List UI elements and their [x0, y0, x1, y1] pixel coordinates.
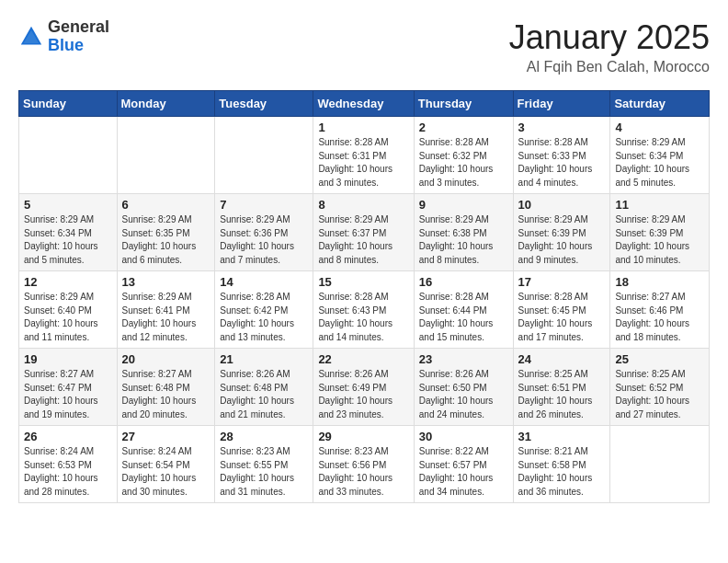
- day-number: 22: [318, 352, 408, 366]
- day-number: 21: [220, 352, 308, 366]
- calendar-cell: [117, 117, 215, 194]
- day-header-saturday: Saturday: [610, 91, 710, 117]
- day-info: Sunrise: 8:28 AM Sunset: 6:43 PM Dayligh…: [318, 291, 408, 344]
- day-number: 26: [24, 430, 112, 443]
- logo-blue: Blue: [48, 37, 109, 55]
- day-info: Sunrise: 8:29 AM Sunset: 6:41 PM Dayligh…: [122, 291, 210, 344]
- day-info: Sunrise: 8:27 AM Sunset: 6:48 PM Dayligh…: [122, 368, 210, 421]
- day-info: Sunrise: 8:24 AM Sunset: 6:53 PM Dayligh…: [24, 445, 112, 499]
- day-info: Sunrise: 8:28 AM Sunset: 6:31 PM Dayligh…: [318, 136, 408, 190]
- calendar-week-4: 19Sunrise: 8:27 AM Sunset: 6:47 PM Dayli…: [19, 349, 710, 426]
- day-number: 28: [220, 430, 308, 443]
- day-info: Sunrise: 8:21 AM Sunset: 6:58 PM Dayligh…: [518, 445, 606, 499]
- day-number: 25: [615, 352, 704, 366]
- logo-text: General Blue: [48, 18, 109, 55]
- day-number: 23: [419, 352, 508, 366]
- calendar-cell: [215, 117, 313, 194]
- calendar-cell: 4Sunrise: 8:29 AM Sunset: 6:34 PM Daylig…: [610, 117, 710, 194]
- calendar-week-3: 12Sunrise: 8:29 AM Sunset: 6:40 PM Dayli…: [19, 271, 710, 349]
- day-info: Sunrise: 8:26 AM Sunset: 6:49 PM Dayligh…: [318, 368, 408, 421]
- day-header-wednesday: Wednesday: [313, 91, 414, 117]
- day-info: Sunrise: 8:29 AM Sunset: 6:34 PM Dayligh…: [615, 136, 704, 190]
- day-number: 29: [318, 430, 408, 443]
- day-number: 2: [419, 121, 508, 134]
- day-info: Sunrise: 8:27 AM Sunset: 6:46 PM Dayligh…: [615, 291, 704, 344]
- day-number: 30: [419, 430, 508, 443]
- title-block: January 2025 Al Fqih Ben Calah, Morocco: [509, 18, 710, 75]
- calendar-cell: 5Sunrise: 8:29 AM Sunset: 6:34 PM Daylig…: [19, 194, 118, 271]
- day-number: 17: [518, 275, 606, 289]
- day-info: Sunrise: 8:29 AM Sunset: 6:36 PM Dayligh…: [220, 213, 308, 267]
- calendar-week-2: 5Sunrise: 8:29 AM Sunset: 6:34 PM Daylig…: [19, 194, 710, 271]
- calendar-cell: 31Sunrise: 8:21 AM Sunset: 6:58 PM Dayli…: [513, 426, 610, 503]
- day-number: 1: [318, 121, 408, 134]
- day-header-sunday: Sunday: [19, 91, 118, 117]
- day-number: 27: [122, 430, 210, 443]
- calendar-cell: [19, 117, 118, 194]
- calendar-cell: 3Sunrise: 8:28 AM Sunset: 6:33 PM Daylig…: [513, 117, 610, 194]
- calendar-cell: 16Sunrise: 8:28 AM Sunset: 6:44 PM Dayli…: [414, 271, 513, 349]
- calendar-cell: 11Sunrise: 8:29 AM Sunset: 6:39 PM Dayli…: [610, 194, 710, 271]
- day-info: Sunrise: 8:25 AM Sunset: 6:52 PM Dayligh…: [615, 368, 704, 421]
- day-info: Sunrise: 8:26 AM Sunset: 6:48 PM Dayligh…: [220, 368, 308, 421]
- day-info: Sunrise: 8:23 AM Sunset: 6:56 PM Dayligh…: [318, 445, 408, 499]
- day-number: 20: [122, 352, 210, 366]
- day-number: 9: [419, 198, 508, 212]
- calendar-week-5: 26Sunrise: 8:24 AM Sunset: 6:53 PM Dayli…: [19, 426, 710, 503]
- calendar-cell: 24Sunrise: 8:25 AM Sunset: 6:51 PM Dayli…: [513, 349, 610, 426]
- day-number: 14: [220, 275, 308, 289]
- calendar-cell: 17Sunrise: 8:28 AM Sunset: 6:45 PM Dayli…: [513, 271, 610, 349]
- day-header-tuesday: Tuesday: [215, 91, 313, 117]
- calendar-cell: 6Sunrise: 8:29 AM Sunset: 6:35 PM Daylig…: [117, 194, 215, 271]
- calendar-cell: 21Sunrise: 8:26 AM Sunset: 6:48 PM Dayli…: [215, 349, 313, 426]
- calendar-header: SundayMondayTuesdayWednesdayThursdayFrid…: [19, 91, 710, 117]
- calendar-cell: 13Sunrise: 8:29 AM Sunset: 6:41 PM Dayli…: [117, 271, 215, 349]
- day-info: Sunrise: 8:29 AM Sunset: 6:37 PM Dayligh…: [318, 213, 408, 267]
- day-header-thursday: Thursday: [414, 91, 513, 117]
- day-number: 19: [24, 352, 112, 366]
- day-number: 18: [615, 275, 704, 289]
- calendar-cell: 22Sunrise: 8:26 AM Sunset: 6:49 PM Dayli…: [313, 349, 414, 426]
- day-info: Sunrise: 8:22 AM Sunset: 6:57 PM Dayligh…: [419, 445, 508, 499]
- day-number: 16: [419, 275, 508, 289]
- calendar-cell: [610, 426, 710, 503]
- day-number: 5: [24, 198, 112, 212]
- day-info: Sunrise: 8:29 AM Sunset: 6:35 PM Dayligh…: [122, 213, 210, 267]
- calendar-cell: 1Sunrise: 8:28 AM Sunset: 6:31 PM Daylig…: [313, 117, 414, 194]
- day-number: 6: [122, 198, 210, 212]
- day-number: 4: [615, 121, 704, 134]
- calendar-cell: 26Sunrise: 8:24 AM Sunset: 6:53 PM Dayli…: [19, 426, 118, 503]
- calendar-cell: 18Sunrise: 8:27 AM Sunset: 6:46 PM Dayli…: [610, 271, 710, 349]
- day-number: 13: [122, 275, 210, 289]
- calendar-cell: 12Sunrise: 8:29 AM Sunset: 6:40 PM Dayli…: [19, 271, 118, 349]
- day-info: Sunrise: 8:28 AM Sunset: 6:42 PM Dayligh…: [220, 291, 308, 344]
- day-info: Sunrise: 8:24 AM Sunset: 6:54 PM Dayligh…: [122, 445, 210, 499]
- day-info: Sunrise: 8:29 AM Sunset: 6:39 PM Dayligh…: [615, 213, 704, 267]
- day-number: 12: [24, 275, 112, 289]
- calendar-cell: 23Sunrise: 8:26 AM Sunset: 6:50 PM Dayli…: [414, 349, 513, 426]
- day-info: Sunrise: 8:28 AM Sunset: 6:45 PM Dayligh…: [518, 291, 606, 344]
- calendar-cell: 28Sunrise: 8:23 AM Sunset: 6:55 PM Dayli…: [215, 426, 313, 503]
- calendar-week-1: 1Sunrise: 8:28 AM Sunset: 6:31 PM Daylig…: [19, 117, 710, 194]
- month-title: January 2025: [509, 18, 710, 57]
- day-info: Sunrise: 8:28 AM Sunset: 6:44 PM Dayligh…: [419, 291, 508, 344]
- calendar-cell: 15Sunrise: 8:28 AM Sunset: 6:43 PM Dayli…: [313, 271, 414, 349]
- day-info: Sunrise: 8:26 AM Sunset: 6:50 PM Dayligh…: [419, 368, 508, 421]
- calendar-cell: 25Sunrise: 8:25 AM Sunset: 6:52 PM Dayli…: [610, 349, 710, 426]
- calendar-cell: 19Sunrise: 8:27 AM Sunset: 6:47 PM Dayli…: [19, 349, 118, 426]
- calendar-cell: 20Sunrise: 8:27 AM Sunset: 6:48 PM Dayli…: [117, 349, 215, 426]
- calendar-cell: 8Sunrise: 8:29 AM Sunset: 6:37 PM Daylig…: [313, 194, 414, 271]
- day-number: 24: [518, 352, 606, 366]
- day-number: 10: [518, 198, 606, 212]
- calendar-cell: 27Sunrise: 8:24 AM Sunset: 6:54 PM Dayli…: [117, 426, 215, 503]
- day-number: 3: [518, 121, 606, 134]
- day-info: Sunrise: 8:29 AM Sunset: 6:40 PM Dayligh…: [24, 291, 112, 344]
- day-info: Sunrise: 8:28 AM Sunset: 6:33 PM Dayligh…: [518, 136, 606, 190]
- logo-general: General: [48, 18, 109, 37]
- day-info: Sunrise: 8:23 AM Sunset: 6:55 PM Dayligh…: [220, 445, 308, 499]
- day-info: Sunrise: 8:29 AM Sunset: 6:34 PM Dayligh…: [24, 213, 112, 267]
- day-info: Sunrise: 8:29 AM Sunset: 6:38 PM Dayligh…: [419, 213, 508, 267]
- day-info: Sunrise: 8:28 AM Sunset: 6:32 PM Dayligh…: [419, 136, 508, 190]
- day-header-friday: Friday: [513, 91, 610, 117]
- location-title: Al Fqih Ben Calah, Morocco: [509, 59, 710, 75]
